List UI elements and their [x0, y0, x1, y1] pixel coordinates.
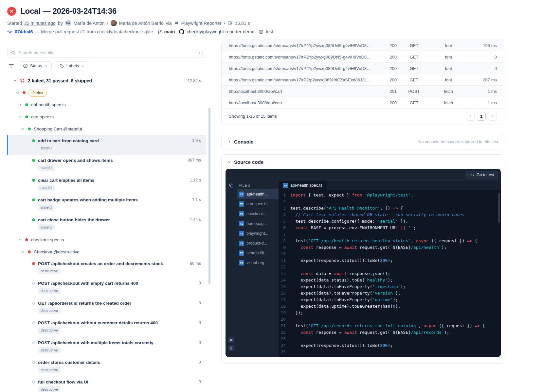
line-number: 22: [279, 329, 290, 336]
code-text: const response = await request.get(`${BA…: [290, 244, 446, 251]
test-row[interactable]: cart close button hides the drawerstatef…: [7, 214, 206, 234]
test-row[interactable]: POST /api/checkout without customer deta…: [7, 317, 206, 337]
browser-row[interactable]: firefox: [7, 87, 206, 99]
network-request-row[interactable]: https://fonts.gstatic.com/s/dmsans/v17/r…: [222, 51, 504, 63]
file-item[interactable]: TScart.spec.ts: [237, 199, 279, 209]
code-line: 16 expect(data).toHaveProperty('version'…: [279, 290, 501, 297]
request-url: http://localhost:3000/api/cart: [229, 89, 375, 94]
branch-name: main: [164, 29, 175, 34]
code-line: 7: [279, 231, 501, 238]
test-row[interactable]: POST /api/checkout with multiple items t…: [7, 337, 206, 357]
file-item[interactable]: TShomepag...: [237, 219, 279, 229]
file-item[interactable]: TScheckout....: [237, 209, 279, 219]
summary-row[interactable]: 2 failed, 31 passed, 8 skipped12.82 s: [7, 75, 206, 87]
chevron-down-icon[interactable]: [18, 115, 22, 119]
labels-filter-dropdown[interactable]: Labels: [56, 61, 88, 70]
network-rows: https://fonts.gstatic.com/s/dmsans/v17/r…: [222, 40, 504, 109]
request-type: fetch: [431, 89, 465, 94]
duration-label: 1.12 s: [190, 178, 206, 182]
page-prev-button[interactable]: [466, 112, 475, 121]
repo-link[interactable]: checkly/playwright-reporter-demo: [187, 29, 254, 34]
duration-label: 12.82 s: [188, 78, 206, 83]
tree-row-content: POST /api/checkout without customer deta…: [38, 320, 158, 333]
line-number: 11: [279, 257, 290, 264]
page-next-button[interactable]: [488, 112, 497, 121]
network-request-row[interactable]: https://fonts.gstatic.com/s/dmsans/v17/r…: [222, 40, 504, 51]
test-row[interactable]: order stores customer detailsdestructive…: [7, 357, 206, 376]
network-request-row[interactable]: http://localhost:3000/api/cart200GETfetc…: [222, 97, 504, 109]
line-number: 5: [279, 218, 290, 225]
test-row[interactable]: cart drawer opens and shows itemsstatefu…: [7, 155, 206, 174]
source-code-header[interactable]: Source code: [227, 159, 500, 165]
tree-row-content: full checkout flow via UIdestructive: [38, 380, 88, 392]
tree-row-content: POST /api/checkout creates an order and …: [38, 261, 163, 274]
request-method: GET: [397, 43, 431, 48]
chevron-right-icon[interactable]: [18, 103, 22, 107]
test-row[interactable]: add to cart from catalog cardstateful1.9…: [7, 135, 206, 155]
chevron-down-icon[interactable]: [21, 127, 25, 131]
filter-icon[interactable]: [7, 62, 15, 70]
commit-hash-link[interactable]: 074dc46: [15, 29, 33, 34]
reporter-icon: [174, 21, 179, 26]
line-number: 10: [279, 251, 290, 257]
copy-icon[interactable]: [229, 183, 234, 188]
network-request-row[interactable]: https://fonts.gstatic.com/s/dmsans/v17/r…: [222, 63, 504, 74]
status-dot-passed: [28, 128, 31, 130]
run-header: Local — 2026-03-24T14:36 Started 22 minu…: [7, 7, 505, 34]
file-row[interactable]: cart.spec.ts: [7, 111, 206, 123]
file-item[interactable]: TSplaywright...: [237, 229, 279, 238]
tree-item-label: checkout.spec.ts: [31, 237, 64, 242]
network-request-row[interactable]: https://fonts.gstatic.com/s/dmsans/v17/r…: [222, 74, 504, 86]
line-number: 7: [279, 231, 290, 238]
code-scrollbar[interactable]: [498, 193, 500, 223]
tab-bar: TS api-health.spec.ts: [279, 181, 501, 190]
request-duration: 1 ms: [465, 89, 497, 94]
request-method: GET: [397, 100, 431, 105]
chevron-down-icon[interactable]: [21, 250, 25, 254]
file-item[interactable]: TSapi-health...: [237, 189, 279, 199]
console-section[interactable]: Console No console messages captured in …: [221, 134, 504, 149]
file-row[interactable]: checkout.spec.ts: [7, 234, 206, 246]
tree-item-label: Shopping Cart @stateful: [34, 127, 82, 131]
left-panel-scrollbar[interactable]: [208, 108, 210, 284]
status-dot-skipped: [32, 361, 35, 364]
suite-row[interactable]: Checkout @destructive: [7, 246, 206, 258]
file-item[interactable]: TSsearch-filt...: [237, 248, 279, 258]
status-dot-passed: [25, 103, 28, 106]
search-input[interactable]: [18, 50, 194, 55]
network-footer: Showing 1-15 of 15 items 1: [222, 109, 504, 125]
chevron-down-icon[interactable]: [16, 91, 20, 94]
code-line: 8 test('GET /api/health returns healthy …: [279, 238, 501, 244]
line-number: 1: [279, 192, 290, 198]
file-item[interactable]: TSproduct-d...: [237, 238, 279, 248]
file-item[interactable]: TSvisual-reg...: [237, 258, 279, 268]
status-dot-passed: [32, 198, 35, 201]
line-number: 6: [279, 225, 290, 231]
code-area: 1import { test, expect } from '@playwrig…: [279, 190, 501, 357]
test-row[interactable]: cart badge updates when adding multiple …: [7, 194, 206, 214]
request-status: 200: [375, 66, 397, 71]
chevron-down-icon[interactable]: [227, 160, 231, 164]
test-row[interactable]: clear cart empties all itemsstateful1.12…: [7, 175, 206, 194]
go-to-test-button[interactable]: Go to test: [466, 171, 498, 179]
file-name: api-health...: [246, 192, 268, 196]
file-row[interactable]: api-health.spec.ts: [7, 99, 206, 111]
test-tag-badge: destructive: [38, 288, 61, 294]
test-row[interactable]: full checkout flow via UIdestructive0: [7, 376, 206, 392]
user-separator: /: [107, 21, 108, 26]
network-request-row[interactable]: http://localhost:3000/api/cart201POSTfet…: [222, 86, 504, 97]
test-row[interactable]: POST /api/checkout creates an order and …: [7, 258, 206, 278]
status-filter-dropdown[interactable]: Status: [19, 61, 52, 70]
tree-row-content: api-health.spec.ts: [31, 102, 66, 107]
code-line: 5 test.describe.configure({ mode: 'seria…: [279, 218, 501, 225]
suite-row[interactable]: Shopping Cart @stateful: [7, 123, 206, 135]
console-title: Console: [234, 139, 253, 145]
test-row[interactable]: GET /api/orders/:id returns the created …: [7, 298, 206, 317]
page-number-button[interactable]: 1: [477, 112, 486, 121]
chevron-down-icon[interactable]: [13, 79, 17, 82]
chevron-right-icon[interactable]: [227, 140, 231, 144]
tab-api-health-spec[interactable]: TS api-health.spec.ts: [279, 181, 327, 190]
search-icon: [11, 50, 16, 55]
chevron-down-icon[interactable]: [18, 238, 22, 242]
test-row[interactable]: POST /api/checkout with empty cart retur…: [7, 278, 206, 297]
